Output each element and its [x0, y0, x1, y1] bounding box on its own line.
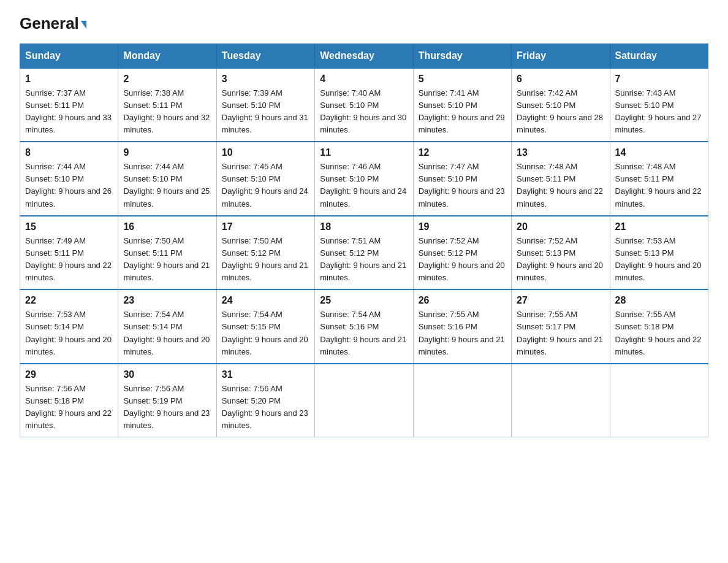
day-info: Sunrise: 7:41 AMSunset: 5:10 PMDaylight:…	[419, 88, 505, 134]
day-number: 19	[419, 221, 506, 232]
calendar-cell: 29Sunrise: 7:56 AMSunset: 5:18 PMDayligh…	[20, 364, 118, 437]
calendar-cell: 31Sunrise: 7:56 AMSunset: 5:20 PMDayligh…	[216, 364, 314, 437]
calendar-cell: 23Sunrise: 7:54 AMSunset: 5:14 PMDayligh…	[118, 289, 216, 364]
day-number: 30	[123, 369, 211, 380]
day-info: Sunrise: 7:43 AMSunset: 5:10 PMDaylight:…	[615, 88, 702, 134]
day-info: Sunrise: 7:55 AMSunset: 5:16 PMDaylight:…	[419, 310, 505, 356]
calendar-cell: 24Sunrise: 7:54 AMSunset: 5:15 PMDayligh…	[216, 289, 314, 364]
day-number: 1	[25, 74, 113, 85]
calendar-week-4: 22Sunrise: 7:53 AMSunset: 5:14 PMDayligh…	[20, 289, 708, 364]
day-number: 3	[222, 74, 309, 85]
day-info: Sunrise: 7:45 AMSunset: 5:10 PMDaylight:…	[222, 162, 308, 208]
calendar-cell: 16Sunrise: 7:50 AMSunset: 5:11 PMDayligh…	[118, 216, 216, 290]
calendar-cell	[610, 364, 708, 437]
day-info: Sunrise: 7:54 AMSunset: 5:16 PMDaylight:…	[320, 310, 406, 356]
day-number: 12	[419, 147, 506, 158]
calendar-cell: 5Sunrise: 7:41 AMSunset: 5:10 PMDaylight…	[413, 68, 511, 142]
day-info: Sunrise: 7:49 AMSunset: 5:11 PMDaylight:…	[25, 236, 112, 282]
day-info: Sunrise: 7:39 AMSunset: 5:10 PMDaylight:…	[222, 88, 308, 134]
day-number: 21	[615, 221, 703, 232]
day-number: 15	[25, 221, 113, 232]
day-info: Sunrise: 7:56 AMSunset: 5:20 PMDaylight:…	[222, 384, 308, 430]
calendar-cell: 20Sunrise: 7:52 AMSunset: 5:13 PMDayligh…	[512, 216, 610, 290]
day-number: 6	[517, 74, 604, 85]
calendar-cell: 21Sunrise: 7:53 AMSunset: 5:13 PMDayligh…	[610, 216, 708, 290]
calendar-cell: 9Sunrise: 7:44 AMSunset: 5:10 PMDaylight…	[118, 142, 216, 216]
day-number: 29	[25, 369, 113, 380]
day-info: Sunrise: 7:55 AMSunset: 5:18 PMDaylight:…	[615, 310, 702, 356]
calendar-cell: 6Sunrise: 7:42 AMSunset: 5:10 PMDaylight…	[512, 68, 610, 142]
calendar-cell: 27Sunrise: 7:55 AMSunset: 5:17 PMDayligh…	[512, 289, 610, 364]
calendar-cell: 13Sunrise: 7:48 AMSunset: 5:11 PMDayligh…	[512, 142, 610, 216]
day-info: Sunrise: 7:51 AMSunset: 5:12 PMDaylight:…	[320, 236, 406, 282]
header-day-friday: Friday	[512, 44, 610, 68]
day-number: 26	[419, 295, 506, 306]
calendar-cell	[512, 364, 610, 437]
day-info: Sunrise: 7:48 AMSunset: 5:11 PMDaylight:…	[517, 162, 603, 208]
day-number: 22	[25, 295, 113, 306]
calendar-table: SundayMondayTuesdayWednesdayThursdayFrid…	[20, 44, 708, 438]
day-info: Sunrise: 7:52 AMSunset: 5:12 PMDaylight:…	[419, 236, 505, 282]
day-number: 28	[615, 295, 703, 306]
day-info: Sunrise: 7:47 AMSunset: 5:10 PMDaylight:…	[419, 162, 505, 208]
day-number: 18	[320, 221, 408, 232]
calendar-cell: 15Sunrise: 7:49 AMSunset: 5:11 PMDayligh…	[20, 216, 118, 290]
day-info: Sunrise: 7:40 AMSunset: 5:10 PMDaylight:…	[320, 88, 406, 134]
day-number: 7	[615, 74, 703, 85]
calendar-cell: 3Sunrise: 7:39 AMSunset: 5:10 PMDaylight…	[216, 68, 314, 142]
calendar-cell: 4Sunrise: 7:40 AMSunset: 5:10 PMDaylight…	[315, 68, 413, 142]
day-number: 8	[25, 147, 113, 158]
calendar-cell: 12Sunrise: 7:47 AMSunset: 5:10 PMDayligh…	[413, 142, 511, 216]
page-header: General	[20, 15, 708, 33]
day-info: Sunrise: 7:42 AMSunset: 5:10 PMDaylight:…	[517, 88, 603, 134]
calendar-cell: 18Sunrise: 7:51 AMSunset: 5:12 PMDayligh…	[315, 216, 413, 290]
logo-line1: General	[20, 15, 86, 33]
header-day-monday: Monday	[118, 44, 216, 68]
header-day-tuesday: Tuesday	[216, 44, 314, 68]
day-number: 20	[517, 221, 604, 232]
day-info: Sunrise: 7:54 AMSunset: 5:15 PMDaylight:…	[222, 310, 308, 356]
day-info: Sunrise: 7:56 AMSunset: 5:19 PMDaylight:…	[123, 384, 210, 430]
day-info: Sunrise: 7:37 AMSunset: 5:11 PMDaylight:…	[25, 88, 112, 134]
calendar-week-2: 8Sunrise: 7:44 AMSunset: 5:10 PMDaylight…	[20, 142, 708, 216]
day-number: 5	[419, 74, 506, 85]
calendar-cell: 11Sunrise: 7:46 AMSunset: 5:10 PMDayligh…	[315, 142, 413, 216]
day-number: 27	[517, 295, 604, 306]
day-number: 14	[615, 147, 703, 158]
calendar-cell	[315, 364, 413, 437]
day-info: Sunrise: 7:53 AMSunset: 5:13 PMDaylight:…	[615, 236, 702, 282]
calendar-cell: 17Sunrise: 7:50 AMSunset: 5:12 PMDayligh…	[216, 216, 314, 290]
day-number: 11	[320, 147, 408, 158]
day-info: Sunrise: 7:44 AMSunset: 5:10 PMDaylight:…	[25, 162, 112, 208]
day-number: 13	[517, 147, 604, 158]
calendar-cell	[413, 364, 511, 437]
calendar-cell: 10Sunrise: 7:45 AMSunset: 5:10 PMDayligh…	[216, 142, 314, 216]
calendar-cell: 30Sunrise: 7:56 AMSunset: 5:19 PMDayligh…	[118, 364, 216, 437]
logo-triangle-icon	[81, 21, 86, 29]
header-day-thursday: Thursday	[413, 44, 511, 68]
day-info: Sunrise: 7:44 AMSunset: 5:10 PMDaylight:…	[123, 162, 210, 208]
day-number: 23	[123, 295, 211, 306]
day-number: 24	[222, 295, 309, 306]
calendar-cell: 19Sunrise: 7:52 AMSunset: 5:12 PMDayligh…	[413, 216, 511, 290]
day-info: Sunrise: 7:50 AMSunset: 5:12 PMDaylight:…	[222, 236, 308, 282]
calendar-cell: 2Sunrise: 7:38 AMSunset: 5:11 PMDaylight…	[118, 68, 216, 142]
day-number: 4	[320, 74, 408, 85]
day-info: Sunrise: 7:56 AMSunset: 5:18 PMDaylight:…	[25, 384, 112, 430]
calendar-cell: 1Sunrise: 7:37 AMSunset: 5:11 PMDaylight…	[20, 68, 118, 142]
calendar-cell: 7Sunrise: 7:43 AMSunset: 5:10 PMDaylight…	[610, 68, 708, 142]
day-number: 10	[222, 147, 309, 158]
header-day-saturday: Saturday	[610, 44, 708, 68]
day-info: Sunrise: 7:46 AMSunset: 5:10 PMDaylight:…	[320, 162, 406, 208]
day-number: 2	[123, 74, 211, 85]
header-day-sunday: Sunday	[20, 44, 118, 68]
day-info: Sunrise: 7:48 AMSunset: 5:11 PMDaylight:…	[615, 162, 702, 208]
day-info: Sunrise: 7:50 AMSunset: 5:11 PMDaylight:…	[123, 236, 210, 282]
calendar-cell: 8Sunrise: 7:44 AMSunset: 5:10 PMDaylight…	[20, 142, 118, 216]
day-info: Sunrise: 7:54 AMSunset: 5:14 PMDaylight:…	[123, 310, 210, 356]
logo: General	[20, 15, 86, 33]
day-number: 17	[222, 221, 309, 232]
day-number: 25	[320, 295, 408, 306]
calendar-week-5: 29Sunrise: 7:56 AMSunset: 5:18 PMDayligh…	[20, 364, 708, 437]
day-number: 9	[123, 147, 211, 158]
